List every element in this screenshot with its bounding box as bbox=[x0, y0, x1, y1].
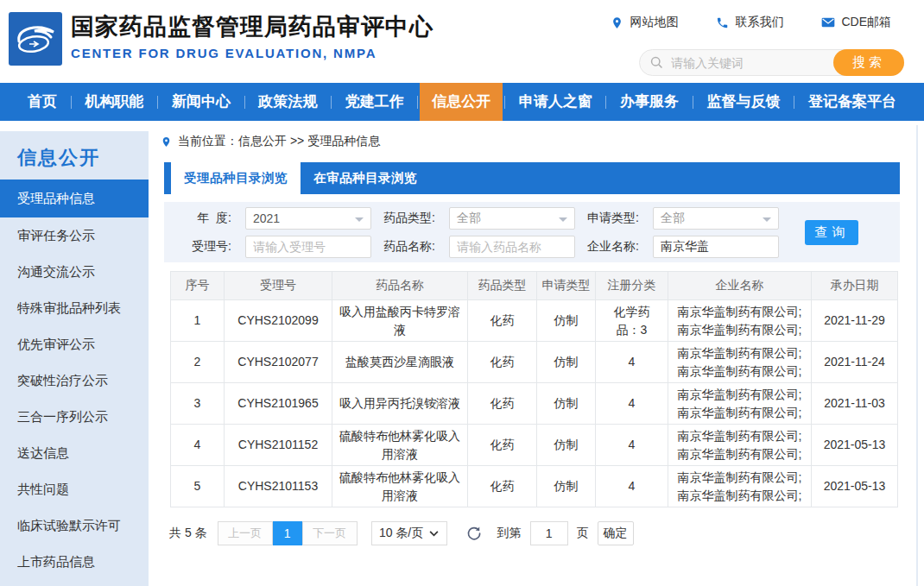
main-content: 当前位置：信息公开 >> 受理品种信息 受理品种目录浏览 在审品种目录浏览 年 … bbox=[161, 121, 900, 545]
year-label: 年 度: bbox=[178, 211, 231, 226]
company-name-input[interactable] bbox=[653, 236, 779, 258]
site-header: 国家药品监督管理局药品审评中心 CENTER FOR DRUG EVALUATI… bbox=[0, 0, 924, 83]
next-page-button[interactable]: 下一页 bbox=[302, 521, 358, 545]
sidebar-item-communication[interactable]: 沟通交流公示 bbox=[0, 254, 149, 290]
cell-apply-type: 仿制 bbox=[537, 383, 596, 425]
nav-item-functions[interactable]: 机构职能 bbox=[73, 83, 155, 121]
nav-divider bbox=[417, 96, 418, 109]
drug-type-select[interactable]: 全部 bbox=[449, 207, 575, 230]
nav-item-info-disclosure[interactable]: 信息公开 bbox=[420, 83, 503, 121]
mailbox-label: CDE邮箱 bbox=[841, 15, 891, 30]
cell-reg-class: 4 bbox=[596, 383, 668, 425]
cell-drug-name: 硫酸特布他林雾化吸入用溶液 bbox=[332, 466, 468, 507]
company-name-label: 企业名称: bbox=[585, 239, 639, 255]
sidebar-item-marketed-drugs[interactable]: 上市药品信息 bbox=[0, 544, 149, 580]
chevron-down-icon bbox=[355, 217, 364, 226]
sidebar-item-breakthrough-therapy[interactable]: 突破性治疗公示 bbox=[0, 362, 149, 399]
nav-item-registration-platform[interactable]: 登记备案平台 bbox=[796, 83, 908, 121]
cell-drug-type: 化药 bbox=[468, 425, 537, 466]
cell-index: 2 bbox=[171, 342, 225, 383]
cell-company: 南京华盖制药有限公司;南京华盖制药有限公司; bbox=[668, 383, 812, 425]
drug-type-label: 药品类型: bbox=[382, 211, 435, 226]
cell-company: 南京华盖制药有限公司;南京华盖制药有限公司; bbox=[668, 466, 812, 507]
company-name-filter: 企业名称: bbox=[585, 236, 779, 258]
nav-divider bbox=[244, 96, 245, 109]
apply-type-label: 申请类型: bbox=[585, 211, 639, 226]
table-row: 1 CYHS2102099 吸入用盐酸丙卡特罗溶液 化药 仿制 化学药品：3 南… bbox=[171, 300, 898, 342]
apply-type-select-value: 全部 bbox=[661, 211, 685, 226]
sidebar-menu: 受理品种信息 审评任务公示 沟通交流公示 特殊审批品种列表 优先审评公示 突破性… bbox=[0, 180, 149, 580]
apply-type-select[interactable]: 全部 bbox=[653, 207, 779, 230]
tab-under-review-catalog[interactable]: 在审品种目录浏览 bbox=[301, 162, 430, 194]
drug-name-filter: 药品名称: bbox=[382, 236, 575, 258]
nav-divider bbox=[605, 96, 606, 109]
drug-type-select-value: 全部 bbox=[457, 211, 481, 226]
prev-page-button[interactable]: 上一页 bbox=[218, 521, 273, 545]
cell-date: 2021-11-03 bbox=[812, 383, 898, 425]
filter-row-1: 年 度: 2021 药品类型: 全部 申请类型: 全部 bbox=[178, 207, 900, 230]
year-select[interactable]: 2021 bbox=[245, 207, 371, 230]
site-titles: 国家药品监督管理局药品审评中心 CENTER FOR DRUG EVALUATI… bbox=[71, 14, 434, 60]
cell-acceptance-no: CYHS2101152 bbox=[225, 425, 332, 466]
page-size-value: 10 条/页 bbox=[379, 526, 423, 541]
sidebar-item-accepted-varieties[interactable]: 受理品种信息 bbox=[0, 180, 149, 217]
sidebar-item-delivery-info[interactable]: 送达信息 bbox=[0, 435, 149, 471]
nav-divider bbox=[504, 96, 505, 109]
cell-drug-name: 吸入用异丙托溴铵溶液 bbox=[332, 383, 468, 425]
drug-name-label: 药品名称: bbox=[382, 239, 435, 255]
col-header-apply-type: 申请类型 bbox=[537, 272, 596, 300]
nav-item-applicant-window[interactable]: 申请人之窗 bbox=[507, 83, 604, 121]
nav-item-services[interactable]: 办事服务 bbox=[608, 83, 691, 121]
cell-reg-class: 4 bbox=[596, 342, 668, 383]
sitemap-link[interactable]: 网站地图 bbox=[611, 15, 678, 30]
nav-item-supervision[interactable]: 监督与反馈 bbox=[695, 83, 793, 121]
cell-reg-class: 化学药品：3 bbox=[596, 300, 668, 342]
page-size-select[interactable]: 10 条/页 bbox=[371, 521, 447, 545]
cell-drug-name: 吸入用盐酸丙卡特罗溶液 bbox=[332, 300, 468, 342]
contact-label: 联系我们 bbox=[735, 15, 783, 30]
drug-name-input[interactable] bbox=[449, 236, 575, 258]
cell-drug-name: 盐酸莫西沙星滴眼液 bbox=[332, 342, 468, 383]
nav-divider bbox=[794, 96, 794, 109]
filter-row-2: 受理号: 药品名称: 企业名称: bbox=[178, 236, 900, 258]
acceptance-no-input[interactable] bbox=[245, 236, 371, 258]
sidebar: 信息公开 受理品种信息 审评任务公示 沟通交流公示 特殊审批品种列表 优先审评公… bbox=[0, 131, 149, 586]
goto-page-input[interactable] bbox=[530, 521, 568, 545]
nav-item-party[interactable]: 党建工作 bbox=[333, 83, 416, 121]
sidebar-item-priority-review[interactable]: 优先审评公示 bbox=[0, 326, 149, 362]
col-header-drug-type: 药品类型 bbox=[468, 272, 537, 300]
query-button[interactable]: 查询 bbox=[805, 220, 858, 245]
map-pin-icon bbox=[611, 16, 623, 29]
table-row: 2 CYHS2102077 盐酸莫西沙星滴眼液 化药 仿制 4 南京华盖制药有限… bbox=[171, 342, 898, 383]
location-pin-icon bbox=[161, 135, 172, 148]
main-nav: 首页 机构职能 新闻中心 政策法规 党建工作 信息公开 申请人之窗 办事服务 监… bbox=[0, 83, 924, 121]
cde-logo[interactable] bbox=[9, 12, 62, 66]
current-page-button[interactable]: 1 bbox=[273, 521, 302, 545]
sidebar-item-review-tasks[interactable]: 审评任务公示 bbox=[0, 217, 149, 254]
confirm-button[interactable]: 确定 bbox=[598, 521, 634, 545]
sidebar-item-three-in-one[interactable]: 三合一序列公示 bbox=[0, 399, 149, 435]
breadcrumb: 当前位置：信息公开 >> 受理品种信息 bbox=[161, 133, 900, 150]
sidebar-item-common-issues[interactable]: 共性问题 bbox=[0, 471, 149, 507]
search-button[interactable]: 搜索 bbox=[833, 49, 904, 76]
tab-accepted-catalog[interactable]: 受理品种目录浏览 bbox=[171, 162, 301, 194]
header-search: 搜索 bbox=[639, 49, 904, 76]
nav-item-home[interactable]: 首页 bbox=[16, 83, 69, 121]
acceptance-no-label: 受理号: bbox=[178, 239, 231, 255]
nav-item-policies[interactable]: 政策法规 bbox=[246, 83, 329, 121]
cell-apply-type: 仿制 bbox=[537, 342, 596, 383]
year-filter: 年 度: 2021 bbox=[178, 207, 371, 230]
cell-drug-type: 化药 bbox=[468, 383, 537, 425]
sidebar-item-clinical-trial-license[interactable]: 临床试验默示许可 bbox=[0, 507, 149, 544]
swan-logo-icon bbox=[9, 12, 62, 66]
sidebar-item-special-approval[interactable]: 特殊审批品种列表 bbox=[0, 290, 149, 326]
cell-company: 南京华盖制药有限公司;南京华盖制药有限公司; bbox=[668, 342, 812, 383]
filter-panel: 年 度: 2021 药品类型: 全部 申请类型: 全部 bbox=[164, 202, 900, 262]
nav-item-news[interactable]: 新闻中心 bbox=[160, 83, 243, 121]
refresh-button[interactable] bbox=[466, 526, 482, 541]
contact-link[interactable]: 联系我们 bbox=[716, 15, 783, 30]
col-header-date: 承办日期 bbox=[812, 272, 898, 300]
chevron-down-icon bbox=[763, 217, 771, 226]
mailbox-link[interactable]: CDE邮箱 bbox=[821, 15, 891, 30]
cell-drug-type: 化药 bbox=[468, 300, 537, 342]
